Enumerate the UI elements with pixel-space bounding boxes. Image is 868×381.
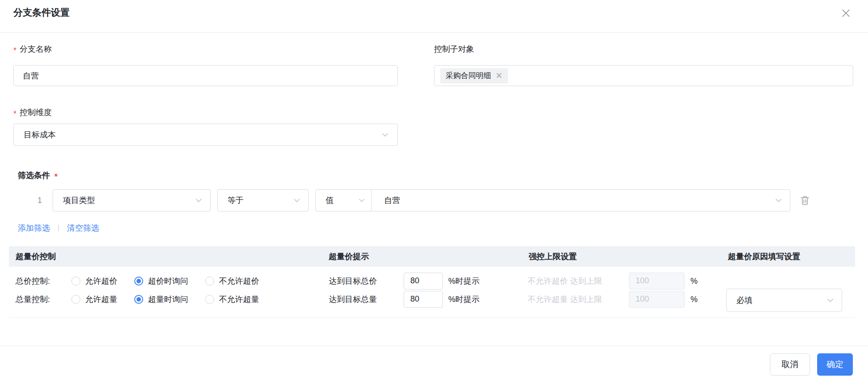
quantity-prompt-suffix: %时提示 — [448, 294, 479, 305]
control-table-header: 超量价控制 超量价提示 强控上限设置 超量价原因填写设置 — [9, 246, 855, 267]
quantity-prompt-percent-input[interactable] — [404, 291, 443, 308]
branch-name-label: * 分支名称 — [13, 44, 52, 54]
radio-unchecked-icon — [205, 295, 214, 304]
control-dimension-select[interactable]: 目标成本 — [13, 124, 398, 146]
price-row-label: 总价控制: — [16, 276, 50, 286]
tag-remove-icon[interactable]: ✕ — [496, 71, 503, 80]
radio-checked-icon — [134, 277, 143, 286]
branch-condition-dialog: 分支条件设置 * 分支名称 控制子对象 采购合同明细 ✕ * 控制维度 目标成本… — [0, 0, 868, 381]
tag-label: 采购合同明细 — [446, 70, 491, 81]
footer-divider — [0, 346, 868, 346]
header-divider — [0, 32, 868, 33]
control-sub-object-field[interactable]: 采购合同明细 ✕ — [434, 65, 853, 86]
link-separator: | — [58, 224, 59, 232]
radio-allow-over-quantity[interactable]: 允许超量 — [71, 294, 117, 305]
radio-unchecked-icon — [71, 277, 80, 286]
radio-unchecked-icon — [205, 277, 214, 286]
add-filter-link[interactable]: 添加筛选 — [18, 223, 50, 233]
chevron-down-icon — [381, 131, 389, 139]
filter-value-type-select[interactable]: 值 — [315, 189, 372, 211]
price-limit-text: 不允许超价 达到上限 — [528, 276, 602, 286]
price-radio-group: 允许超价 超价时询问 不允许超价 — [71, 276, 276, 286]
filter-row-index: 1 — [37, 189, 42, 211]
close-icon — [841, 8, 851, 18]
required-mark: * — [13, 46, 17, 54]
chevron-down-icon — [358, 196, 366, 204]
price-prompt-percent-input[interactable] — [404, 273, 443, 290]
quantity-radio-group: 允许超量 超量时询问 不允许超量 — [71, 294, 276, 305]
filter-links: 添加筛选 | 清空筛选 — [18, 223, 99, 233]
confirm-button[interactable]: 确定 — [817, 353, 853, 376]
quantity-row-label: 总量控制: — [16, 294, 50, 305]
close-button[interactable] — [839, 6, 853, 20]
quantity-limit-text: 不允许超量 达到上限 — [528, 294, 602, 305]
delete-filter-row-button[interactable] — [799, 195, 810, 206]
quantity-limit-suffix: % — [690, 294, 698, 304]
header-reason-setting: 超量价原因填写设置 — [728, 251, 800, 262]
radio-unchecked-icon — [71, 295, 80, 304]
branch-name-input[interactable] — [13, 65, 398, 86]
filter-operator-select[interactable]: 等于 — [217, 189, 309, 211]
control-sub-object-label: 控制子对象 — [434, 44, 474, 54]
radio-ask-over-quantity[interactable]: 超量时询问 — [134, 294, 188, 305]
header-over-control: 超量价控制 — [16, 251, 56, 262]
chevron-down-icon — [774, 196, 783, 205]
header-over-prompt: 超量价提示 — [329, 251, 369, 262]
cancel-button[interactable]: 取消 — [770, 353, 810, 376]
radio-allow-over-price[interactable]: 允许超价 — [71, 276, 117, 286]
required-mark: * — [13, 110, 17, 118]
price-prompt-prefix: 达到目标总价 — [329, 276, 377, 286]
radio-deny-over-quantity[interactable]: 不允许超量 — [205, 294, 259, 305]
quantity-prompt-prefix: 达到目标总量 — [329, 294, 377, 305]
price-control-row: 总价控制: 允许超价 超价时询问 不允许超价 达到目标总价 %时提示 不允许超价… — [9, 272, 855, 290]
header-hard-limit: 强控上限设置 — [529, 251, 577, 262]
radio-deny-over-price[interactable]: 不允许超价 — [205, 276, 259, 286]
chevron-down-icon — [826, 296, 835, 305]
price-limit-percent-input — [629, 273, 685, 290]
required-mark: * — [54, 173, 58, 181]
filter-value-select[interactable]: 自营 — [371, 189, 790, 211]
price-prompt-suffix: %时提示 — [448, 276, 479, 286]
table-bottom-divider — [9, 317, 855, 318]
radio-ask-over-price[interactable]: 超价时询问 — [134, 276, 188, 286]
reason-required-select[interactable]: 必填 — [726, 289, 842, 312]
radio-checked-icon — [134, 295, 143, 304]
chevron-down-icon — [194, 196, 203, 205]
control-dimension-label: * 控制维度 — [13, 107, 52, 118]
clear-filter-link[interactable]: 清空筛选 — [67, 223, 99, 233]
filter-section-label: 筛选条件 * — [18, 170, 58, 181]
trash-icon — [799, 195, 810, 206]
chevron-down-icon — [293, 196, 301, 205]
dialog-title: 分支条件设置 — [13, 6, 70, 19]
price-limit-suffix: % — [690, 276, 698, 286]
quantity-limit-percent-input — [629, 291, 685, 308]
filter-field-select[interactable]: 项目类型 — [53, 189, 211, 211]
selected-tag: 采购合同明细 ✕ — [440, 68, 508, 83]
